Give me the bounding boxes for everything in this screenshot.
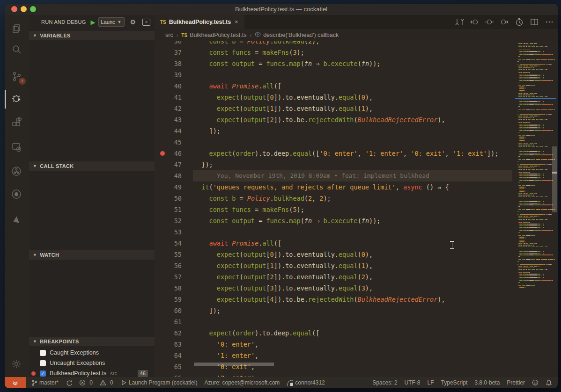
blame-line[interactable]: 48You, November 19th, 2019 8:09am • feat… (155, 170, 515, 181)
activitybar-run-and-debug-icon[interactable] (11, 93, 22, 104)
status-lf[interactable]: LF (428, 379, 434, 386)
checkbox[interactable]: ✓ (40, 370, 46, 377)
tab-close-icon[interactable]: × (235, 19, 238, 25)
timer-icon[interactable] (515, 17, 524, 27)
activitybar-explorer-icon[interactable] (11, 23, 22, 35)
code-line[interactable]: 66'2: enter', (155, 372, 515, 377)
breakpoint-row[interactable]: Uncaught Exceptions (29, 358, 155, 368)
activitybar-extensions-icon[interactable] (11, 117, 22, 129)
changes-icon[interactable] (455, 17, 464, 27)
line-number: 51 (155, 204, 182, 215)
code-line[interactable]: 50const b = Policy.bulkhead(2, 2); (155, 193, 515, 204)
breakpoint-row[interactable]: ✓BulkheadPolicy.test.tssrc46 (29, 369, 155, 378)
status-launch-program-cockatiel[interactable]: Launch Program (cockatiel) (120, 379, 198, 386)
status-utf-8[interactable]: UTF-8 (405, 379, 421, 386)
code-line[interactable]: 49it('queues requests, and rejects after… (155, 181, 515, 193)
code-line[interactable]: 43expect(output[2]).to.be.rejectedWith(B… (155, 114, 515, 125)
manage-gear-icon[interactable] (11, 359, 22, 370)
call-stack-section-header[interactable]: ▼ CALL STACK (29, 161, 155, 171)
minimap[interactable] (515, 41, 556, 377)
code-line[interactable]: 44]); (155, 125, 515, 137)
activitybar-search-icon[interactable] (11, 44, 22, 55)
code-line[interactable]: 36const b = Policy.bulkhead(2); (155, 41, 515, 47)
horizontal-scrollbar[interactable] (194, 363, 274, 366)
variables-section-header[interactable]: ▼ VARIABLES (29, 31, 155, 40)
code-line[interactable]: 51const funcs = makeFns(5); (155, 204, 515, 215)
code-line[interactable]: 52const output = funcs.map(fn ⇒ b.execut… (155, 215, 515, 226)
start-debug-button[interactable]: ▶ (91, 19, 96, 26)
watch-section-header[interactable]: ▼ WATCH (29, 250, 155, 260)
code-line[interactable]: 64'1: enter', (155, 350, 515, 361)
code-text: ]); (209, 125, 221, 137)
status-connor4312[interactable]: connor4312 (287, 379, 325, 386)
code-line[interactable]: 57expect(output[2]).to.eventually.equal(… (155, 271, 515, 283)
breadcrumb-src[interactable]: src (165, 32, 173, 38)
status-spaces-2[interactable]: Spaces: 2 (372, 379, 397, 386)
debug-console-toggle-icon[interactable]: > (142, 19, 150, 26)
code-line[interactable]: 59expect(output[4]).to.be.rejectedWith(B… (155, 294, 515, 305)
breakpoints-section-header[interactable]: ▼ BREAKPOINTS (29, 337, 155, 346)
code-line[interactable]: 62expect(order).to.deep.equal([ (155, 327, 515, 339)
code-line[interactable]: 46expect(order).to.deep.equal(['0: enter… (155, 148, 515, 159)
remote-indicator[interactable] (5, 377, 26, 388)
status-0[interactable]: 0 (79, 379, 93, 386)
reverse-icon[interactable] (485, 17, 494, 27)
checkbox[interactable] (40, 350, 46, 356)
status-3-8-0-beta[interactable]: 3.8.0-beta (474, 379, 500, 386)
step-back-icon[interactable] (470, 17, 479, 27)
status-prettier[interactable]: Prettier (507, 379, 525, 386)
debug-settings-gear-icon[interactable]: ⚙ (130, 18, 136, 26)
status-0[interactable]: 0 (100, 379, 113, 386)
code-line[interactable]: 53 (155, 226, 515, 238)
status-bell-icon[interactable] (546, 379, 552, 386)
code-line[interactable]: 56expect(output[1]).to.eventually.equal(… (155, 260, 515, 271)
tab-bulkheadpolicy-test[interactable]: TS BulkheadPolicy.test.ts × (155, 15, 244, 29)
breadcrumb-file[interactable]: BulkheadPolicy.test.ts (190, 32, 246, 38)
code-line[interactable]: 40await Promise.all([ (155, 80, 515, 92)
checkbox[interactable] (40, 360, 46, 366)
chevron-down-icon: ▼ (33, 33, 37, 38)
launch-config-dropdown[interactable]: Launc ▼ (98, 17, 125, 27)
code-text: const output = funcs.map(fn ⇒ b.execute(… (209, 58, 381, 69)
activitybar-azure-icon[interactable] (11, 214, 22, 225)
code-line[interactable]: 63'0: enter', (155, 339, 515, 350)
code-line[interactable]: 55expect(output[0]).to.eventually.equal(… (155, 249, 515, 260)
run-debug-sidebar: RUN AND DEBUG ▶ Launc ▼ ⚙ > ▼ VARIABLES … (29, 15, 155, 377)
activitybar-source-control-icon[interactable]: 3 (11, 71, 22, 82)
status-typescript[interactable]: TypeScript (441, 379, 468, 386)
line-number: 64 (155, 350, 182, 361)
code-area[interactable]: 36const b = Policy.bulkhead(2);37const f… (155, 41, 515, 377)
status-master[interactable]: master* (31, 379, 59, 386)
vertical-scrollbar[interactable] (552, 41, 558, 377)
code-line[interactable]: 42expect(output[1]).to.eventually.equal(… (155, 103, 515, 114)
code-text: ]); (209, 305, 221, 316)
chevron-down-icon: ▼ (118, 20, 122, 24)
sidebar-title: RUN AND DEBUG (41, 19, 86, 25)
code-text: await Promise.all([ (209, 238, 281, 249)
more-icon[interactable] (545, 17, 554, 27)
activitybar-github-icon[interactable] (11, 189, 22, 200)
status-sync-icon[interactable] (66, 379, 72, 386)
scrollbar-thumb[interactable] (552, 146, 557, 212)
line-number: 54 (155, 238, 182, 249)
code-line[interactable]: 47}); (155, 159, 515, 170)
code-line[interactable]: 60]); (155, 305, 515, 316)
code-line[interactable]: 41expect(output[0]).to.eventually.equal(… (155, 92, 515, 103)
code-line[interactable]: 54await Promise.all([ (155, 238, 515, 249)
code-line[interactable]: 45 (155, 137, 515, 148)
code-line[interactable]: 58expect(output[3]).to.eventually.equal(… (155, 283, 515, 294)
status-azure-copeet-microsoft-com[interactable]: Azure: copeet@microsoft.com (204, 379, 280, 386)
titlebar[interactable]: BulkheadPolicy.test.ts — cockatiel (5, 4, 558, 15)
code-line[interactable]: 38const output = funcs.map(fn ⇒ b.execut… (155, 58, 515, 69)
activitybar-remote-explorer-icon[interactable] (11, 142, 22, 153)
breakpoint-row[interactable]: Caught Exceptions (29, 348, 155, 357)
code-line[interactable]: 61 (155, 316, 515, 327)
step-over-icon[interactable] (500, 17, 509, 27)
activitybar-gitlens-icon[interactable] (11, 166, 22, 177)
code-line[interactable]: 39 (155, 69, 515, 80)
breakpoint-label: Caught Exceptions (50, 349, 99, 356)
code-line[interactable]: 37const funcs = makeFns(3); (155, 47, 515, 58)
breadcrumb-symbol[interactable]: describe('Bulkhead') callback (263, 32, 339, 38)
split-icon[interactable] (530, 17, 539, 27)
status-feedback-icon[interactable] (532, 379, 539, 386)
